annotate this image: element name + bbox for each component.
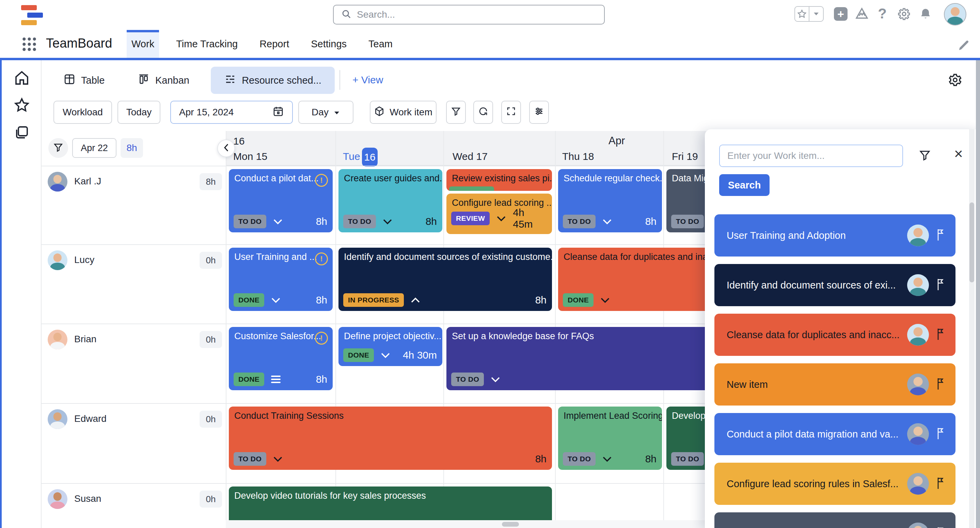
day-label-mon[interactable]: Mon 15 — [233, 151, 267, 162]
work-item-card[interactable]: Customize Salesfor... ! DONE 8h — [229, 327, 332, 390]
person-row-susan[interactable]: Susan 0h — [41, 484, 226, 528]
status-badge[interactable]: IN PROGRESS — [343, 293, 404, 307]
today-button[interactable]: Today — [118, 101, 161, 124]
flag-icon[interactable] — [936, 328, 945, 342]
work-item-input[interactable]: Enter your Work item... — [719, 144, 903, 167]
status-badge[interactable]: DONE — [234, 293, 264, 307]
panel-work-item[interactable]: New item — [714, 363, 956, 406]
status-badge[interactable]: TO DO — [451, 373, 484, 386]
workload-button[interactable]: Workload — [54, 101, 112, 124]
tab-settings[interactable]: Settings — [306, 30, 352, 58]
work-item-card[interactable]: Implement Lead Scoring TO DO 8h — [558, 406, 662, 470]
status-badge[interactable]: DONE — [343, 348, 374, 362]
status-badge[interactable]: TO DO — [234, 452, 266, 466]
fullscreen-button[interactable] — [501, 101, 521, 124]
work-item-button[interactable]: Work item — [370, 101, 436, 124]
settings-gear-icon[interactable] — [896, 6, 912, 22]
panel-work-item[interactable]: Cleanse data for duplicates and inacc... — [714, 314, 956, 356]
view-tab-kanban[interactable]: Kanban — [138, 72, 189, 89]
filter-button[interactable] — [446, 101, 466, 124]
chevron-down-icon[interactable] — [809, 7, 823, 21]
work-item-card[interactable]: Identify and document sources of existin… — [339, 248, 552, 311]
favorite-split-button[interactable] — [794, 6, 824, 22]
people-filter-button[interactable] — [48, 138, 68, 158]
global-search[interactable]: Search... — [333, 5, 605, 24]
app-switcher-grid-icon[interactable] — [21, 35, 38, 53]
chevron-down-icon[interactable] — [273, 219, 283, 225]
chevron-down-icon[interactable] — [383, 219, 392, 225]
chevron-up-icon[interactable] — [410, 297, 420, 303]
person-row-edward[interactable]: Edward 0h — [41, 404, 226, 482]
product-switcher-icon[interactable] — [854, 6, 870, 22]
work-item-card[interactable]: Configure lead scoring ... REVIEW 4h 45m — [446, 193, 552, 234]
view-tab-resource-scheduling[interactable]: Resource sched... — [211, 67, 335, 94]
person-row-brian[interactable]: Brian 0h — [41, 324, 226, 403]
range-select[interactable]: Day — [298, 101, 353, 124]
view-tab-table[interactable]: Table — [63, 72, 105, 89]
day-label-wed[interactable]: Wed 17 — [453, 151, 488, 162]
status-badge[interactable]: TO DO — [563, 215, 595, 228]
panel-date-button[interactable]: Apr 22 — [72, 138, 116, 158]
flag-icon[interactable] — [936, 427, 945, 441]
menu-icon[interactable] — [271, 374, 281, 385]
status-badge[interactable]: TO DO — [563, 452, 595, 466]
work-item-card[interactable]: Develop video tutorials for key sales pr… — [229, 487, 552, 520]
close-icon[interactable]: × — [954, 146, 963, 161]
chevron-down-icon[interactable] — [602, 219, 612, 225]
tab-team[interactable]: Team — [364, 30, 398, 58]
panel-scrollbar-thumb[interactable] — [969, 203, 974, 282]
tab-time-tracking[interactable]: Time Tracking — [171, 30, 242, 58]
flag-icon[interactable] — [936, 228, 945, 243]
chevron-down-icon[interactable] — [496, 216, 506, 222]
work-item-card[interactable]: Conduct a pilot dat... ! TO DO 8h — [229, 169, 332, 232]
panel-work-item[interactable]: Configure lead scoring rules in Salesf..… — [714, 463, 956, 505]
chevron-down-icon[interactable] — [491, 377, 500, 382]
refresh-button[interactable] — [473, 101, 493, 124]
day-label-tue[interactable]: Tue — [343, 151, 360, 162]
day-label-thu[interactable]: Thu 18 — [562, 151, 594, 162]
panel-work-item[interactable]: User Training and Adoption — [714, 214, 956, 257]
date-picker[interactable]: Apr 15, 2024 — [170, 101, 293, 124]
chevron-down-icon[interactable] — [271, 297, 281, 303]
flag-icon[interactable] — [936, 278, 945, 292]
chevron-down-icon[interactable] — [600, 297, 610, 303]
status-badge[interactable]: TO DO — [234, 215, 266, 228]
flag-icon[interactable] — [936, 526, 945, 528]
add-view-button[interactable]: + View — [352, 74, 383, 86]
edit-pencil-icon[interactable] — [958, 39, 970, 53]
favorites-star-icon[interactable] — [14, 97, 30, 115]
window-scrollbar[interactable] — [976, 60, 980, 528]
work-item-card[interactable]: Define project objectiv... DONE 4h 30m — [339, 327, 442, 366]
status-badge[interactable]: TO DO — [343, 215, 376, 228]
create-button[interactable]: + — [834, 7, 848, 21]
user-avatar[interactable] — [944, 3, 966, 25]
work-item-card[interactable]: Review existing sales pi... — [446, 169, 552, 191]
status-badge[interactable]: DONE — [234, 373, 264, 386]
chevron-down-icon[interactable] — [602, 456, 612, 462]
panel-search-button[interactable]: Search — [719, 174, 770, 196]
boards-copy-icon[interactable] — [14, 124, 30, 142]
person-row-lucy[interactable]: Lucy 0h — [41, 245, 226, 323]
status-badge[interactable]: DONE — [563, 293, 593, 307]
chevron-down-icon[interactable] — [381, 352, 390, 358]
star-icon[interactable] — [795, 7, 809, 21]
work-item-card[interactable]: Create user guides and... TO DO 8h — [339, 169, 442, 232]
person-row-karl[interactable]: Karl .J 8h — [41, 166, 226, 244]
work-item-card[interactable]: User Training and ... ! DONE 8h — [229, 248, 332, 311]
help-icon[interactable]: ? — [875, 5, 889, 22]
collapse-panel-button[interactable] — [217, 140, 235, 157]
chevron-down-icon[interactable] — [273, 456, 283, 462]
status-badge[interactable]: TO DO — [671, 215, 704, 228]
view-settings-gear-icon[interactable] — [948, 73, 962, 89]
horizontal-scrollbar-track[interactable] — [226, 520, 705, 528]
flag-icon[interactable] — [936, 377, 945, 392]
home-icon[interactable] — [14, 70, 30, 87]
horizontal-scrollbar-thumb[interactable] — [502, 522, 519, 526]
panel-work-item[interactable]: Conduct a pilot data migration and va... — [714, 413, 956, 455]
status-badge[interactable]: TO DO — [671, 452, 704, 466]
display-options-button[interactable] — [529, 101, 549, 124]
panel-work-item[interactable]: Data Migration to Salesf... — [714, 512, 956, 528]
status-badge[interactable]: REVIEW — [451, 212, 490, 225]
flag-icon[interactable] — [936, 477, 945, 491]
panel-work-item[interactable]: Identify and document sources of exi... — [714, 264, 956, 306]
